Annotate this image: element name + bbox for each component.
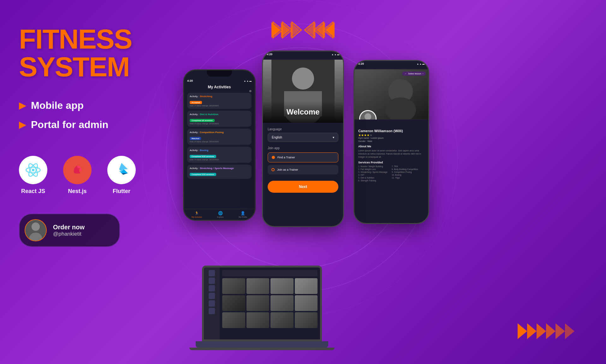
sidebar-item-4	[209, 293, 215, 299]
service-9: 9. Competition Posing	[392, 171, 425, 173]
admin-image-1	[222, 278, 245, 294]
status-badge-5: Completed 2/10 sessions	[190, 173, 216, 176]
activity-name-3: Competition Posing	[200, 131, 224, 134]
forward-icon: ›	[423, 73, 423, 75]
main-title: FITNESS SYSTEM	[19, 25, 183, 81]
nav-profile[interactable]: 👤 My Profile	[239, 211, 247, 218]
admin-sidebar	[204, 267, 220, 339]
service-11: 11. Yoga	[392, 177, 425, 179]
features-list: ▶ Mobile app ▶ Portal for admin	[19, 100, 183, 131]
phone-body-center: Language English ▾ Join app Find a Train…	[263, 123, 343, 197]
phone-header-left: 4:20 ▲ ▲ ▬	[187, 79, 252, 82]
svg-point-20	[32, 222, 40, 231]
activity-date-3: Date of status change: 20/10/2023	[190, 141, 249, 143]
svg-point-23	[292, 68, 314, 90]
admin-main-content	[220, 267, 320, 339]
admin-image-4	[295, 278, 318, 294]
laptop-base	[196, 341, 328, 348]
activity-name-1: Stretching	[200, 95, 212, 98]
services-grid: 1. Muscle / Weight Building 7. TRX 2. Fa…	[358, 165, 425, 182]
language-label: Language	[268, 127, 338, 131]
activity-card-5: Activity : Stretching / Sports Massage C…	[187, 165, 252, 179]
feature-mobile-app: ▶ Mobile app	[19, 100, 183, 111]
svg-marker-18	[122, 173, 128, 175]
order-handle-label: @phankietit	[53, 231, 85, 237]
activity-name-5: Stretching / Sports Massage	[200, 167, 234, 170]
phone-status-icons-center: ▲ ▲ ▬	[331, 53, 339, 56]
svg-marker-36	[546, 323, 556, 339]
left-section: FITNESS SYSTEM ▶ Mobile app ▶ Portal for…	[19, 25, 183, 247]
nav-explore-icon: 🌐	[218, 211, 223, 215]
radio-circle-empty	[271, 168, 275, 171]
phone-activities: 4:20 ▲ ▲ ▬ My Activities ⊗ Activity : St…	[183, 69, 256, 221]
sidebar-item-2	[209, 278, 215, 284]
phone-header-center: 4:20 ▲ ▲ ▬	[263, 51, 343, 57]
find-trainer-option: Find a Trainer	[277, 156, 295, 159]
order-text: Order now @phankietit	[53, 224, 85, 237]
trainer-profile-body: Cameron Williamson (Willi) ★★★★★ Gym nam…	[354, 120, 428, 185]
sidebar-item-1	[209, 270, 215, 276]
join-trainer-option: Join as a Trainer	[277, 168, 298, 171]
next-button[interactable]: Next	[268, 181, 338, 193]
activity-date-2: Date of status change: 20/10/2023	[190, 123, 249, 125]
admin-image-11	[270, 312, 294, 328]
svg-marker-34	[527, 323, 537, 339]
react-label: React JS	[21, 188, 45, 195]
trainer-stars: ★★★★★	[358, 133, 425, 137]
phones-container: 4:20 ▲ ▲ ▬ My Activities ⊗ Activity : St…	[170, 32, 587, 341]
feature-text-2: Portal for admin	[31, 119, 108, 131]
tech-flutter: Flutter	[107, 156, 136, 195]
nav-my-activities[interactable]: 🏃 My Activities	[192, 211, 202, 218]
admin-image-5	[222, 295, 245, 311]
status-badge-1: Accepted	[190, 101, 202, 104]
service-5: 5. Diet & Nutrition	[358, 177, 391, 179]
phone-status-icons-right: ▲ ▲ ▬	[417, 63, 425, 65]
language-select[interactable]: English ▾	[268, 133, 338, 142]
admin-image-10	[247, 312, 270, 328]
activity-name-2: Diet & Nutrition	[200, 113, 218, 116]
feature-portal-admin: ▶ Portal for admin	[19, 119, 183, 131]
status-badge-4: Completed 5/10 sessions	[190, 155, 216, 158]
laptop-container	[202, 266, 322, 350]
nav-profile-label: My Profile	[239, 216, 247, 218]
nav-explore-label: Explore	[217, 216, 223, 218]
nav-activities-label: My Activities	[192, 216, 202, 218]
admin-image-8	[295, 295, 318, 311]
service-6: 6. Strength Training	[358, 179, 391, 182]
select-lesson-bar[interactable]: ← Select lesson ›	[402, 72, 426, 76]
react-icon	[19, 156, 47, 184]
nav-explore[interactable]: 🌐 Explore	[217, 211, 223, 218]
radio-join-trainer[interactable]: Join as a Trainer	[268, 165, 338, 174]
gym-info: Gym name : Lorem ipsum	[358, 137, 425, 139]
tech-react: React JS	[19, 156, 47, 195]
about-title: About Me	[358, 145, 425, 148]
services-title: Services Provided	[358, 161, 425, 164]
phone-welcome: 4:20 ▲ ▲ ▬ Welcome Language English ▾	[262, 50, 344, 227]
status-badge-3: Matched	[190, 137, 201, 140]
activity-date-1: Date of status change: 20/10/2023	[190, 105, 249, 107]
close-icon-left: ⊗	[187, 89, 252, 93]
service-8: 8. Body Building Competition	[392, 168, 425, 170]
admin-image-grid	[222, 278, 318, 328]
radio-find-trainer[interactable]: Find a Trainer	[268, 152, 338, 162]
welcome-hero: Welcome	[263, 60, 343, 123]
phone-time-center: 4:20	[267, 53, 272, 56]
activity-name-4: Boxing	[200, 149, 208, 152]
tech-stack: React JS Nest.js Flutter	[19, 156, 183, 195]
svg-marker-38	[565, 323, 574, 339]
svg-point-15	[32, 169, 34, 171]
sidebar-item-5	[209, 300, 215, 307]
feature-arrow-1: ▶	[19, 100, 26, 111]
admin-image-6	[247, 295, 270, 311]
feature-arrow-2: ▶	[19, 120, 26, 130]
select-lesson-text: Select lesson	[408, 73, 421, 75]
nest-label: Nest.js	[68, 188, 86, 195]
join-app-label: Join app	[268, 146, 338, 150]
order-card[interactable]: Order now @phankietit	[19, 214, 120, 247]
admin-image-2	[247, 278, 270, 294]
laptop-screen-container	[202, 266, 322, 341]
back-icon: ←	[405, 73, 407, 75]
radio-circle-filled	[272, 156, 275, 159]
flutter-icon	[107, 156, 136, 184]
nav-activities-icon: 🏃	[194, 211, 199, 215]
